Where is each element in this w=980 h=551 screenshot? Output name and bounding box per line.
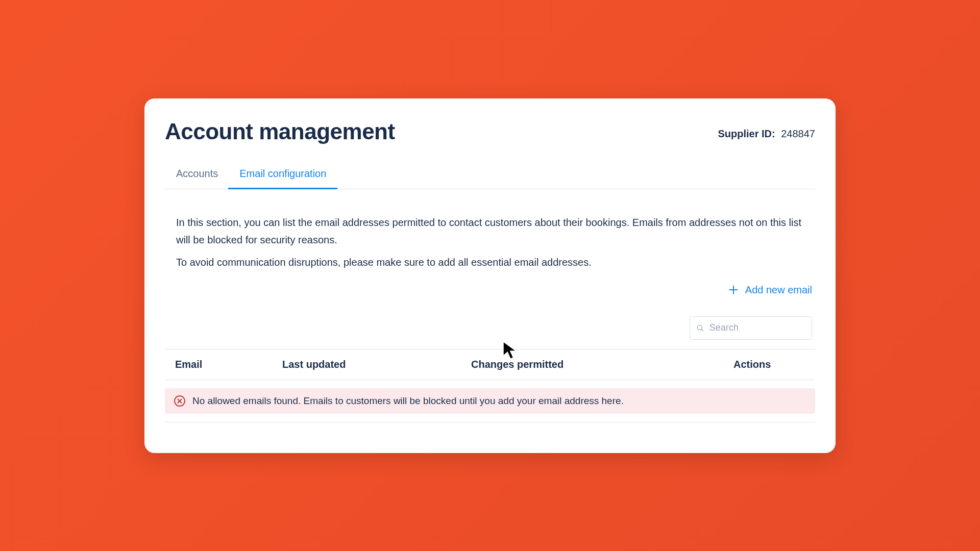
col-last-updated: Last updated (282, 359, 471, 370)
search-row (165, 316, 815, 340)
description-line-2: To avoid communication disruptions, plea… (176, 254, 804, 271)
tabs: Accounts Email configuration (165, 163, 815, 189)
table-header-row: Email Last updated Changes permitted Act… (165, 349, 815, 380)
error-icon (174, 395, 185, 407)
add-new-email-label: Add new email (745, 284, 812, 296)
section-description: In this section, you can list the email … (165, 214, 815, 271)
tab-accounts[interactable]: Accounts (176, 163, 218, 189)
header-row: Account management Supplier ID: 248847 (165, 119, 815, 144)
col-email: Email (175, 359, 282, 370)
description-line-1: In this section, you can list the email … (176, 214, 804, 248)
supplier-id-value: 248847 (781, 128, 815, 139)
alert-message: No allowed emails found. Emails to custo… (192, 395, 624, 407)
main-card: Account management Supplier ID: 248847 A… (144, 98, 836, 453)
email-table: Email Last updated Changes permitted Act… (165, 349, 815, 422)
no-emails-alert: No allowed emails found. Emails to custo… (165, 388, 815, 414)
svg-line-3 (701, 329, 703, 331)
col-changes-permitted: Changes permitted (471, 359, 703, 370)
page-title: Account management (165, 119, 395, 144)
svg-point-2 (697, 325, 702, 330)
search-box[interactable] (690, 316, 812, 340)
supplier-id-label: Supplier ID: (718, 128, 775, 139)
add-new-email-button[interactable]: Add new email (728, 284, 812, 296)
table-bottom-divider (165, 422, 815, 422)
col-actions: Actions (703, 359, 805, 370)
supplier-id: Supplier ID: 248847 (718, 119, 815, 140)
tab-email-configuration[interactable]: Email configuration (239, 163, 326, 189)
search-icon (696, 323, 704, 333)
plus-icon (728, 284, 739, 295)
actions-row: Add new email (165, 284, 815, 296)
search-input[interactable] (709, 322, 805, 333)
